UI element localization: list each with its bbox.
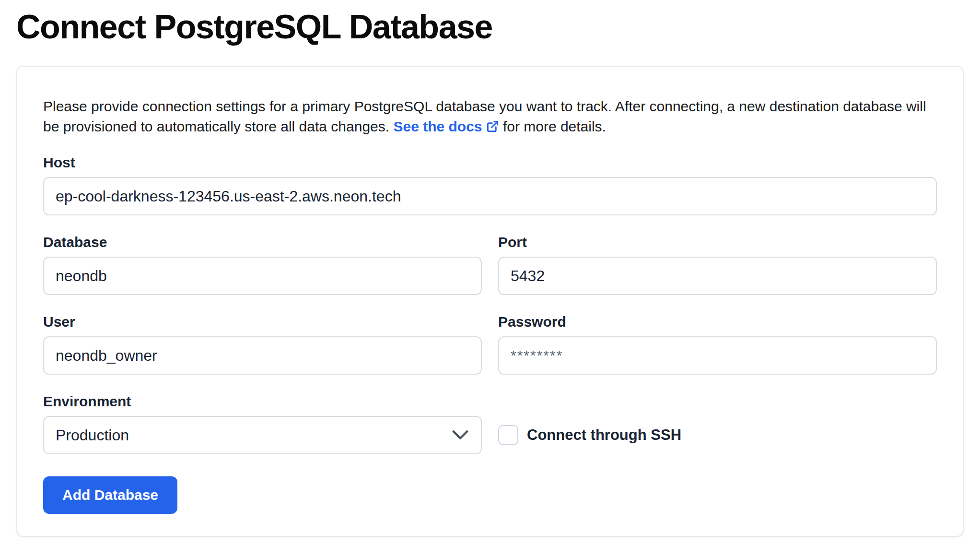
intro-after-link: for more details. xyxy=(503,118,606,134)
password-field: Password xyxy=(498,313,937,375)
password-input[interactable] xyxy=(498,336,937,375)
connection-settings-card: Please provide connection settings for a… xyxy=(16,66,964,537)
ssh-checkbox[interactable] xyxy=(498,425,518,445)
port-input[interactable] xyxy=(498,257,937,295)
docs-link[interactable]: See the docs xyxy=(393,118,499,134)
ssh-row: Connect through SSH xyxy=(498,416,937,454)
user-input[interactable] xyxy=(43,336,482,375)
chevron-down-icon xyxy=(452,430,468,440)
database-input[interactable] xyxy=(43,257,482,295)
ssh-checkbox-label[interactable]: Connect through SSH xyxy=(527,426,681,444)
page-title: Connect PostgreSQL Database xyxy=(16,9,964,46)
docs-link-label: See the docs xyxy=(393,118,482,134)
host-input[interactable] xyxy=(43,177,937,215)
password-label: Password xyxy=(498,313,937,331)
external-link-icon xyxy=(486,120,499,133)
intro-text: Please provide connection settings for a… xyxy=(43,96,937,137)
database-label: Database xyxy=(43,234,482,251)
host-field: Host xyxy=(43,154,937,215)
form-grid: Database Port User Password Environment … xyxy=(43,234,937,454)
port-field: Port xyxy=(498,234,937,295)
environment-field: Environment Production xyxy=(43,393,482,454)
host-label: Host xyxy=(43,154,937,171)
add-database-button[interactable]: Add Database xyxy=(43,476,177,514)
database-field: Database xyxy=(43,234,482,295)
environment-label: Environment xyxy=(43,393,482,410)
page: Connect PostgreSQL Database Please provi… xyxy=(0,0,980,537)
port-label: Port xyxy=(498,234,937,251)
environment-select[interactable]: Production xyxy=(43,416,482,454)
user-label: User xyxy=(43,313,482,331)
environment-selected-value: Production xyxy=(56,426,129,444)
user-field: User xyxy=(43,313,482,375)
